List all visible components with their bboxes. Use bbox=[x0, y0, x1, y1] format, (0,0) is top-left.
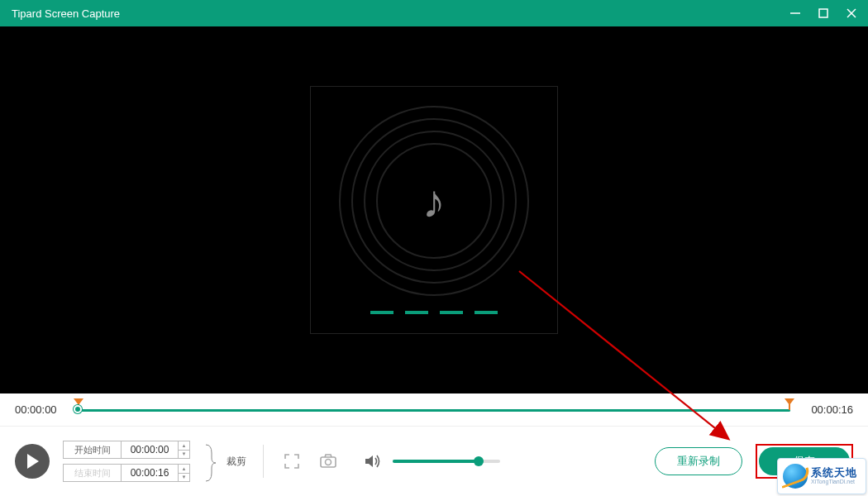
timeline-row: 00:00:00 00:00:16 bbox=[0, 393, 868, 427]
svg-marker-8 bbox=[27, 454, 39, 469]
watermark-cn: 系统天地 bbox=[811, 467, 857, 479]
audio-visual-placeholder: ♪ bbox=[310, 86, 558, 334]
svg-marker-6 bbox=[785, 398, 794, 405]
audio-level-bars bbox=[370, 311, 498, 314]
disc-graphic: ♪ bbox=[339, 106, 529, 296]
end-time-up[interactable]: ▲ bbox=[178, 465, 189, 474]
start-time-up[interactable]: ▲ bbox=[178, 441, 189, 451]
app-title: Tipard Screen Capture bbox=[12, 7, 120, 20]
fullscreen-button[interactable] bbox=[280, 450, 303, 473]
close-button[interactable] bbox=[843, 5, 860, 21]
minimize-icon bbox=[789, 7, 801, 19]
globe-icon bbox=[783, 464, 808, 489]
crop-label[interactable]: 裁剪 bbox=[227, 455, 246, 469]
minimize-button[interactable] bbox=[787, 5, 804, 21]
close-icon bbox=[846, 7, 857, 19]
controls-row: 开始时间 00:00:00 ▲▼ 结束时间 00:00:16 ▲▼ 裁剪 bbox=[0, 427, 868, 496]
rerecord-button[interactable]: 重新录制 bbox=[655, 447, 742, 475]
snapshot-button[interactable] bbox=[317, 450, 340, 473]
watermark-logo: 系统天地 XiTongTianDi.net bbox=[777, 458, 866, 494]
start-time-down[interactable]: ▼ bbox=[178, 451, 189, 459]
playhead[interactable] bbox=[74, 405, 82, 413]
window-controls bbox=[787, 5, 860, 21]
volume-control bbox=[361, 450, 500, 473]
maximize-button[interactable] bbox=[815, 5, 832, 21]
svg-rect-7 bbox=[789, 404, 790, 410]
app-window: Tipard Screen Capture ♪ 00:00:00 bbox=[0, 0, 868, 496]
time-inputs: 开始时间 00:00:00 ▲▼ 结束时间 00:00:16 ▲▼ bbox=[63, 441, 190, 482]
play-icon bbox=[26, 454, 39, 469]
speaker-icon bbox=[364, 453, 382, 470]
timeline-start-label: 00:00:00 bbox=[15, 403, 66, 416]
svg-point-10 bbox=[326, 460, 331, 465]
divider bbox=[263, 445, 264, 478]
end-time-input[interactable]: 00:00:16 ▲▼ bbox=[121, 464, 190, 482]
svg-marker-4 bbox=[74, 398, 83, 405]
music-note-icon: ♪ bbox=[422, 174, 446, 228]
maximize-icon bbox=[818, 8, 828, 18]
end-time-row: 结束时间 00:00:16 ▲▼ bbox=[63, 464, 190, 482]
volume-slider[interactable] bbox=[393, 460, 500, 463]
end-time-label: 结束时间 bbox=[63, 464, 121, 482]
watermark-en: XiTongTianDi.net bbox=[811, 479, 857, 485]
preview-area: ♪ bbox=[0, 26, 868, 393]
end-time-down[interactable]: ▼ bbox=[178, 474, 189, 482]
timeline-end-label: 00:00:16 bbox=[802, 403, 853, 416]
volume-handle[interactable] bbox=[474, 456, 484, 466]
start-time-label: 开始时间 bbox=[63, 441, 121, 459]
timeline-track[interactable] bbox=[78, 402, 790, 418]
camera-icon bbox=[319, 454, 337, 469]
start-time-input[interactable]: 00:00:00 ▲▼ bbox=[121, 441, 190, 459]
svg-rect-1 bbox=[819, 9, 827, 17]
titlebar: Tipard Screen Capture bbox=[0, 0, 868, 26]
start-time-row: 开始时间 00:00:00 ▲▼ bbox=[63, 441, 190, 459]
play-button[interactable] bbox=[15, 444, 50, 479]
volume-button[interactable] bbox=[361, 450, 384, 473]
trim-end-marker[interactable] bbox=[785, 398, 794, 410]
fullscreen-icon bbox=[284, 453, 300, 470]
